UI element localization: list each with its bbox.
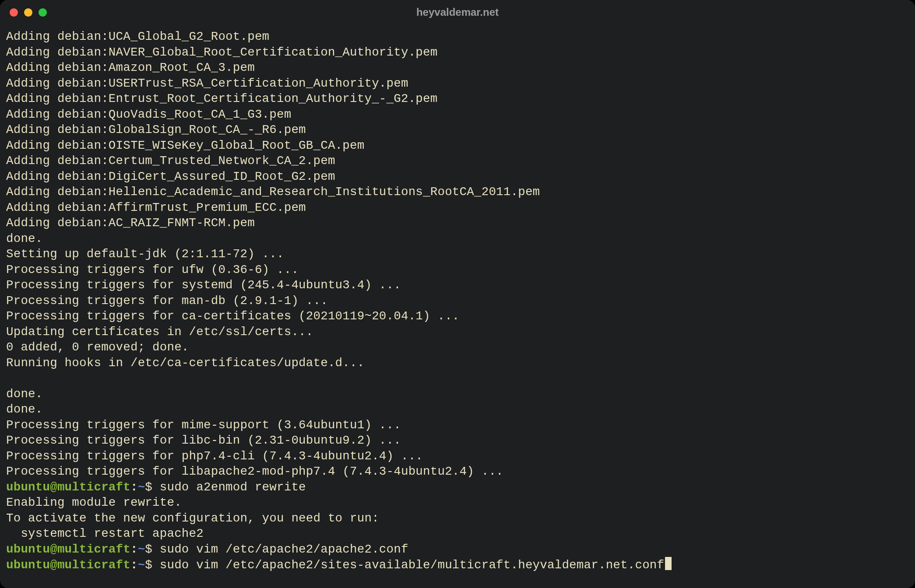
output-line: done.	[6, 402, 909, 417]
output-line: Setting up default-jdk (2:1.11-72) ...	[6, 246, 909, 262]
output-line: Processing triggers for ca-certificates …	[6, 308, 909, 324]
prompt-path: ~	[138, 480, 145, 494]
output-line: Running hooks in /etc/ca-certificates/up…	[6, 355, 909, 371]
prompt-line: ubuntu@multicraft:~$ sudo vim /etc/apach…	[6, 542, 909, 557]
terminal-window: heyvaldemar.net Adding debian:UCA_Global…	[0, 0, 915, 588]
prompt-line: ubuntu@multicraft:~$ sudo a2enmod rewrit…	[6, 480, 909, 495]
output-line: systemctl restart apache2	[6, 526, 909, 542]
output-line: Adding debian:OISTE_WISeKey_Global_Root_…	[6, 138, 909, 154]
output-line: To activate the new configuration, you n…	[6, 511, 909, 526]
terminal-body[interactable]: Adding debian:UCA_Global_G2_Root.pemAddi…	[0, 24, 915, 579]
output-line: Processing triggers for mime-support (3.…	[6, 417, 909, 433]
output-line: Updating certificates in /etc/ssl/certs.…	[6, 324, 909, 340]
prompt-dollar: $	[145, 542, 159, 556]
output-line: done.	[6, 231, 909, 247]
close-icon[interactable]	[10, 8, 18, 17]
prompt-user: ubuntu@multicraft	[6, 480, 130, 494]
output-line: Adding debian:QuoVadis_Root_CA_1_G3.pem	[6, 107, 909, 122]
output-line: Adding debian:Certum_Trusted_Network_CA_…	[6, 153, 909, 169]
command-text: sudo a2enmod rewrite	[160, 480, 306, 494]
cursor	[665, 557, 672, 570]
output-line: Processing triggers for libc-bin (2.31-0…	[6, 433, 909, 448]
output-line: Adding debian:AffirmTrust_Premium_ECC.pe…	[6, 200, 909, 216]
output-line: Processing triggers for libapache2-mod-p…	[6, 464, 909, 480]
minimize-icon[interactable]	[24, 8, 32, 17]
output-line: done.	[6, 386, 909, 402]
output-line: Adding debian:NAVER_Global_Root_Certific…	[6, 45, 909, 60]
command-text: sudo vim /etc/apache2/apache2.conf	[160, 542, 408, 556]
output-line: 0 added, 0 removed; done.	[6, 340, 909, 355]
output-line: Adding debian:Entrust_Root_Certification…	[6, 91, 909, 107]
prompt-separator: :	[130, 542, 138, 556]
window-title: heyvaldemar.net	[0, 6, 915, 18]
output-line: Adding debian:GlobalSign_Root_CA_-_R6.pe…	[6, 122, 909, 138]
prompt-line: ubuntu@multicraft:~$ sudo vim /etc/apach…	[6, 557, 909, 573]
titlebar: heyvaldemar.net	[0, 0, 915, 24]
output-line: Processing triggers for ufw (0.36-6) ...	[6, 262, 909, 278]
traffic-lights	[10, 8, 47, 17]
output-line: Processing triggers for man-db (2.9.1-1)…	[6, 293, 909, 309]
prompt-separator: :	[130, 558, 138, 572]
output-line: Adding debian:Amazon_Root_CA_3.pem	[6, 60, 909, 76]
prompt-user: ubuntu@multicraft	[6, 542, 130, 556]
zoom-icon[interactable]	[39, 8, 47, 17]
prompt-separator: :	[130, 480, 138, 494]
output-line: Adding debian:AC_RAIZ_FNMT-RCM.pem	[6, 215, 909, 231]
prompt-path: ~	[138, 558, 145, 572]
command-text: sudo vim /etc/apache2/sites-available/mu…	[160, 558, 665, 572]
prompt-path: ~	[138, 542, 145, 556]
output-line: Processing triggers for php7.4-cli (7.4.…	[6, 448, 909, 464]
prompt-user: ubuntu@multicraft	[6, 558, 130, 572]
output-line: Adding debian:UCA_Global_G2_Root.pem	[6, 29, 909, 45]
output-line: Adding debian:Hellenic_Academic_and_Rese…	[6, 184, 909, 200]
output-line: Adding debian:USERTrust_RSA_Certificatio…	[6, 76, 909, 91]
output-line	[6, 371, 909, 386]
prompt-dollar: $	[145, 558, 159, 572]
prompt-dollar: $	[145, 480, 159, 494]
output-line: Enabling module rewrite.	[6, 495, 909, 511]
output-line: Adding debian:DigiCert_Assured_ID_Root_G…	[6, 169, 909, 185]
output-line: Processing triggers for systemd (245.4-4…	[6, 277, 909, 293]
